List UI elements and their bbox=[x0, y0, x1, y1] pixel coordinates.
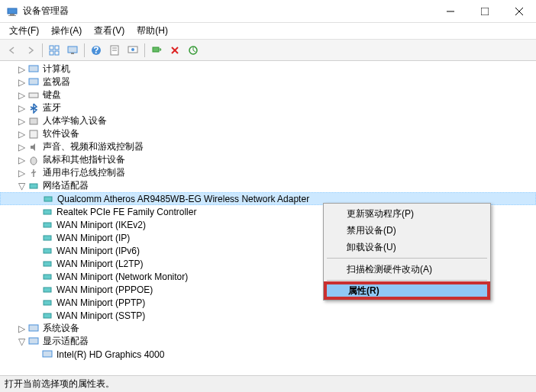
menu-view[interactable]: 查看(V) bbox=[88, 23, 131, 39]
tb-grid[interactable] bbox=[46, 42, 63, 59]
svg-rect-27 bbox=[30, 118, 37, 124]
svg-rect-26 bbox=[29, 93, 38, 98]
expand-icon[interactable]: ▷ bbox=[17, 143, 26, 152]
svg-rect-42 bbox=[29, 338, 38, 344]
nic-icon bbox=[41, 206, 53, 218]
display-icon bbox=[41, 349, 53, 361]
svg-rect-24 bbox=[29, 66, 38, 72]
svg-rect-4 bbox=[481, 8, 489, 15]
tree-bluetooth[interactable]: ▷蓝牙 bbox=[0, 101, 536, 114]
ctx-separator bbox=[327, 258, 487, 259]
svg-rect-2 bbox=[8, 15, 16, 16]
expand-icon[interactable]: ▷ bbox=[17, 156, 26, 165]
tb-monitor2[interactable] bbox=[124, 42, 141, 59]
ctx-uninstall[interactable]: 卸载设备(U) bbox=[325, 239, 489, 255]
network-icon bbox=[27, 180, 40, 192]
ctx-separator bbox=[327, 280, 487, 281]
nic-icon bbox=[41, 245, 53, 257]
tb-props[interactable] bbox=[106, 42, 123, 59]
app-icon bbox=[6, 5, 18, 18]
svg-rect-43 bbox=[43, 351, 52, 357]
svg-rect-33 bbox=[44, 223, 51, 227]
nic-icon bbox=[42, 193, 54, 205]
collapse-icon[interactable]: ▽ bbox=[17, 337, 26, 346]
ctx-disable[interactable]: 禁用设备(D) bbox=[325, 222, 489, 239]
tree-hid[interactable]: ▷人体学输入设备 bbox=[0, 114, 536, 127]
display-icon bbox=[27, 336, 40, 348]
ctx-properties[interactable]: 属性(R) bbox=[325, 282, 489, 299]
software-icon bbox=[27, 128, 40, 140]
tree-intel-hd[interactable]: ▷Intel(R) HD Graphics 4000 bbox=[0, 348, 536, 361]
keyboard-icon bbox=[27, 89, 40, 101]
tree-monitors[interactable]: ▷监视器 bbox=[0, 76, 536, 88]
expand-icon[interactable]: ▷ bbox=[17, 104, 26, 113]
status-text: 打开当前选择项的属性表。 bbox=[5, 378, 115, 390]
nic-icon bbox=[41, 258, 53, 270]
tb-forward bbox=[22, 42, 39, 59]
svg-rect-7 bbox=[50, 46, 53, 50]
svg-rect-0 bbox=[8, 8, 17, 14]
tree-system[interactable]: ▷系统设备 bbox=[0, 322, 536, 335]
menu-file[interactable]: 文件(F) bbox=[3, 23, 45, 39]
tree-keyboards[interactable]: ▷键盘 bbox=[0, 88, 536, 101]
expand-icon[interactable]: ▷ bbox=[17, 78, 26, 87]
tb-remove[interactable] bbox=[166, 42, 183, 59]
hid-icon bbox=[27, 115, 40, 127]
nic-icon bbox=[41, 297, 53, 309]
svg-text:?: ? bbox=[93, 45, 98, 56]
computer-icon bbox=[27, 63, 40, 76]
svg-rect-38 bbox=[44, 288, 51, 292]
tree-network[interactable]: ▽网络适配器 bbox=[0, 179, 536, 192]
nic-icon bbox=[41, 232, 53, 244]
close-button[interactable] bbox=[502, 0, 536, 23]
statusbar: 打开当前选择项的属性表。 bbox=[0, 375, 536, 392]
svg-rect-30 bbox=[30, 184, 37, 188]
tree-usb[interactable]: ▷通用串行总线控制器 bbox=[0, 166, 536, 179]
collapse-icon[interactable]: ▽ bbox=[17, 182, 26, 191]
expand-icon[interactable]: ▷ bbox=[17, 130, 26, 139]
svg-rect-20 bbox=[153, 47, 159, 52]
tree-computers[interactable]: ▷计算机 bbox=[0, 63, 536, 76]
menubar: 文件(F) 操作(A) 查看(V) 帮助(H) bbox=[0, 23, 536, 40]
expand-icon[interactable]: ▷ bbox=[17, 324, 26, 333]
svg-rect-39 bbox=[44, 300, 51, 305]
tb-back bbox=[4, 42, 21, 59]
ctx-update-driver[interactable]: 更新驱动程序(P) bbox=[325, 205, 489, 222]
tb-scan[interactable] bbox=[148, 42, 165, 59]
tree-mice[interactable]: ▷鼠标和其他指针设备 bbox=[0, 153, 536, 166]
svg-rect-40 bbox=[44, 313, 51, 318]
svg-rect-10 bbox=[55, 51, 59, 55]
expand-icon[interactable]: ▷ bbox=[17, 169, 26, 178]
tb-help[interactable]: ? bbox=[88, 42, 105, 59]
toolbar: ? bbox=[0, 40, 536, 61]
menu-action[interactable]: 操作(A) bbox=[45, 23, 88, 39]
bluetooth-icon bbox=[27, 102, 40, 114]
menu-help[interactable]: 帮助(H) bbox=[131, 23, 174, 39]
svg-rect-41 bbox=[29, 325, 38, 331]
nic-icon bbox=[41, 219, 53, 231]
maximize-button[interactable] bbox=[467, 0, 502, 23]
expand-icon[interactable]: ▷ bbox=[17, 117, 26, 126]
titlebar: 设备管理器 bbox=[0, 0, 536, 23]
ctx-scan[interactable]: 扫描检测硬件改动(A) bbox=[325, 261, 489, 278]
svg-point-29 bbox=[31, 157, 37, 165]
tb-update[interactable] bbox=[185, 42, 202, 59]
expand-icon[interactable]: ▷ bbox=[17, 91, 26, 100]
svg-rect-34 bbox=[44, 236, 51, 240]
svg-rect-9 bbox=[50, 51, 53, 55]
tree-software[interactable]: ▷软件设备 bbox=[0, 127, 536, 140]
tb-monitor[interactable] bbox=[64, 42, 81, 59]
nic-icon bbox=[41, 310, 53, 322]
svg-rect-25 bbox=[29, 79, 38, 85]
svg-rect-32 bbox=[44, 210, 51, 214]
nic-icon bbox=[41, 271, 53, 283]
minimize-button[interactable] bbox=[433, 0, 467, 23]
window-title: 设备管理器 bbox=[23, 5, 433, 18]
tree-net-sstp[interactable]: ▷WAN Miniport (SSTP) bbox=[0, 309, 536, 322]
tree-sound[interactable]: ▷声音、视频和游戏控制器 bbox=[0, 140, 536, 153]
system-icon bbox=[27, 323, 40, 335]
svg-rect-12 bbox=[71, 53, 74, 54]
monitor-icon bbox=[27, 76, 40, 88]
tree-display[interactable]: ▽显示适配器 bbox=[0, 335, 536, 348]
expand-icon[interactable]: ▷ bbox=[17, 65, 26, 74]
